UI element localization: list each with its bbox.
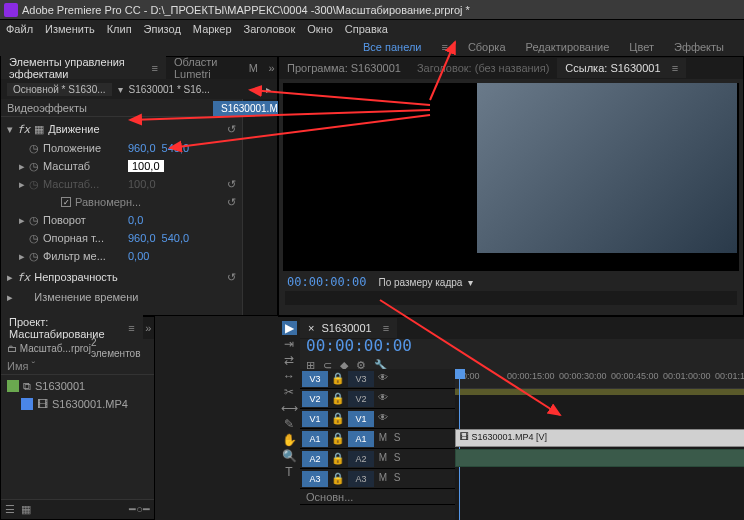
hand-tool-icon[interactable]: ✋	[282, 433, 297, 447]
lock-icon[interactable]: 🔒	[330, 472, 346, 485]
menu-edit[interactable]: Изменить	[45, 23, 95, 35]
zoom-slider[interactable]: ━○━	[129, 503, 150, 516]
rotation-label: Поворот	[43, 214, 128, 226]
rotation-value[interactable]: 0,0	[128, 214, 143, 226]
selection-tool-icon[interactable]: ▶	[282, 321, 297, 335]
program-time-ruler[interactable]	[285, 291, 737, 305]
anchor-y-value[interactable]: 540,0	[162, 232, 190, 244]
timeremap-label: Изменение времени	[34, 291, 138, 303]
timeline-timecode[interactable]: 00:00:00:00	[306, 336, 412, 355]
menu-sequence[interactable]: Эпизод	[144, 23, 181, 35]
keyframe-stopwatch-icon[interactable]: ◷	[29, 160, 39, 173]
source-master-dropdown[interactable]: Основной * S1630...	[7, 83, 112, 96]
checkbox-icon[interactable]: ✓	[61, 197, 71, 207]
lock-icon[interactable]: 🔒	[330, 372, 346, 385]
disclosure-triangle-icon[interactable]: ▸	[19, 160, 29, 173]
menu-file[interactable]: Файл	[6, 23, 33, 35]
tab-reference-monitor[interactable]: Ссылка: S1630001 ≡	[557, 58, 686, 78]
lock-icon[interactable]: 🔒	[330, 412, 346, 425]
reset-icon[interactable]: ↺	[227, 271, 236, 284]
disclosure-triangle-icon[interactable]: ▾	[7, 123, 13, 136]
track-a3-header[interactable]: A3🔒A3MS	[300, 469, 455, 489]
tabs-overflow-icon[interactable]: »	[266, 62, 277, 74]
uniform-scale-row[interactable]: ✓ Равномерн... ↺	[1, 193, 242, 211]
position-y-value[interactable]: 540,0	[162, 142, 190, 154]
menu-marker[interactable]: Маркер	[193, 23, 232, 35]
bin-icon: 🗀	[7, 343, 17, 354]
sort-icon[interactable]: ˇ	[32, 360, 36, 372]
list-view-icon[interactable]: ☰	[5, 503, 15, 516]
tab-timeline-sequence[interactable]: × S1630001 ≡	[300, 318, 397, 338]
keyframe-stopwatch-icon[interactable]: ◷	[29, 142, 39, 155]
track-v3-header[interactable]: V3🔒V3👁	[300, 369, 455, 389]
project-item-sequence[interactable]: ⧉ S1630001	[7, 377, 148, 395]
antiflicker-value[interactable]: 0,00	[128, 250, 149, 262]
program-viewport[interactable]	[283, 83, 739, 271]
workspace-menu-icon[interactable]: ≡	[441, 41, 447, 53]
keyframe-stopwatch-icon[interactable]: ◷	[29, 232, 39, 245]
track-select-tool-icon[interactable]: ⇥	[284, 337, 294, 351]
anchor-row: ◷ Опорная т... 960,0 540,0	[1, 229, 242, 247]
effect-controls-panel: Элементы управления эффектами ≡ Области …	[0, 56, 278, 316]
uniform-scale-label: Равномерн...	[75, 196, 141, 208]
track-v1-header[interactable]: V1🔒V1👁	[300, 409, 455, 429]
work-area-bar[interactable]	[455, 389, 744, 395]
track-v2-header[interactable]: V2🔒V2👁	[300, 389, 455, 409]
timeremap-effect-header[interactable]: ▸fx Изменение времени	[1, 287, 242, 307]
workspace-assembly[interactable]: Сборка	[468, 41, 506, 53]
zoom-tool-icon[interactable]: 🔍	[282, 449, 297, 463]
project-bin-name: Масштаб...rproj	[20, 343, 91, 354]
anchor-x-value[interactable]: 960,0	[128, 232, 156, 244]
menu-help[interactable]: Справка	[345, 23, 388, 35]
tab-lumetri-label: Области Lumetri	[174, 56, 235, 80]
eye-icon[interactable]: 👁	[376, 392, 390, 406]
lock-icon[interactable]: 🔒	[330, 452, 346, 465]
menu-clip[interactable]: Клип	[107, 23, 132, 35]
scale-value-input[interactable]: 100,0	[128, 160, 164, 172]
project-name-column[interactable]: Имя	[7, 360, 28, 372]
reset-icon[interactable]: ↺	[227, 123, 236, 136]
slip-tool-icon[interactable]: ⟷	[281, 401, 298, 415]
reset-icon[interactable]: ↺	[227, 178, 236, 191]
workspace-editing[interactable]: Редактирование	[526, 41, 610, 53]
menu-title[interactable]: Заголовок	[244, 23, 296, 35]
track-a2-header[interactable]: A2🔒A2MS	[300, 449, 455, 469]
rate-stretch-tool-icon[interactable]: ↔	[283, 369, 295, 383]
keyframe-mini-timeline[interactable]: S1630001.MP4	[242, 99, 277, 315]
eye-icon[interactable]: 👁	[376, 412, 390, 426]
master-track-header[interactable]: Основн...	[300, 489, 455, 505]
menu-window[interactable]: Окно	[307, 23, 333, 35]
timeline-video-clip[interactable]: 🎞 S1630001.MP4 [V]	[455, 429, 744, 447]
type-tool-icon[interactable]: T	[285, 465, 292, 479]
icon-view-icon[interactable]: ▦	[21, 503, 31, 516]
timeline-canvas[interactable]: 00:00 00:00:15:00 00:00:30:00 00:00:45:0…	[455, 369, 744, 520]
eye-icon[interactable]: 👁	[376, 372, 390, 386]
motion-effect-header[interactable]: ▾ fx ▦ Движение ↺	[1, 119, 242, 139]
tabs-overflow-icon[interactable]: »	[143, 322, 154, 334]
pen-tool-icon[interactable]: ✎	[284, 417, 294, 431]
keyframe-stopwatch-icon[interactable]: ◷	[29, 250, 39, 263]
lock-icon[interactable]: 🔒	[330, 432, 346, 445]
ripple-tool-icon[interactable]: ⇄	[284, 353, 294, 367]
program-timecode[interactable]: 00:00:00:00	[287, 275, 366, 289]
lock-icon[interactable]: 🔒	[330, 392, 346, 405]
workspace-all-panels[interactable]: Все панели	[363, 41, 421, 53]
workspace-color[interactable]: Цвет	[629, 41, 654, 53]
fit-dropdown[interactable]: По размеру кадра ▾	[378, 277, 472, 288]
timeline-ruler[interactable]: 00:00 00:00:15:00 00:00:30:00 00:00:45:0…	[455, 369, 744, 389]
project-item-clip[interactable]: 🎞 S1630001.MP4	[7, 395, 148, 413]
tab-effect-controls-label: Элементы управления эффектами	[9, 56, 147, 80]
reset-icon[interactable]: ↺	[227, 196, 236, 209]
tab-program-monitor[interactable]: Программа: S1630001	[279, 58, 409, 78]
keyframe-stopwatch-icon[interactable]: ◷	[29, 214, 39, 227]
opacity-effect-header[interactable]: ▸fx Непрозрачность ↺	[1, 267, 242, 287]
razor-tool-icon[interactable]: ✂	[284, 385, 294, 399]
timeline-audio-clip[interactable]	[455, 449, 744, 467]
source-clip-label: S1630001 * S16...	[129, 84, 210, 95]
workspace-effects[interactable]: Эффекты	[674, 41, 724, 53]
chevron-right-icon[interactable]: ▸	[266, 84, 271, 95]
tab-title-source[interactable]: Заголовок: (без названия)	[409, 58, 557, 78]
position-x-value[interactable]: 960,0	[128, 142, 156, 154]
track-a1-header[interactable]: A1🔒A1MS	[300, 429, 455, 449]
panel-menu-icon[interactable]: ≡	[151, 62, 157, 74]
